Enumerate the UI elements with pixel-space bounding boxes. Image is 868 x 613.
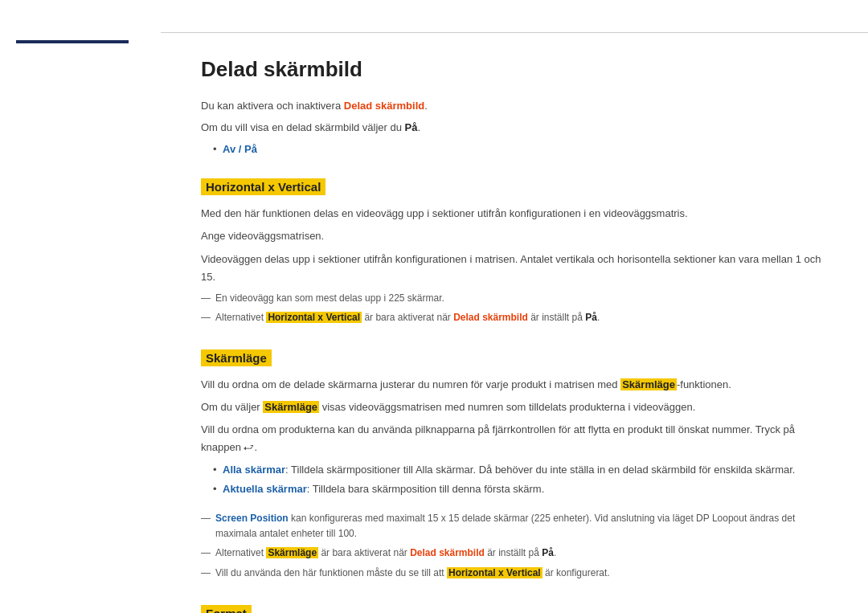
horizontal-para-3: Videoväggen delas upp i sektioner utifrå… bbox=[201, 251, 828, 286]
skarmläge-note3-hv: Horizontal x Vertical bbox=[447, 567, 542, 578]
bullet-alla-skärmar: Alla skärmar: Tilldela skärmpositioner t… bbox=[213, 462, 828, 479]
horizontal-para-1: Med den här funktionen delas en videoväg… bbox=[201, 205, 828, 223]
section-horizontal: Horizontal x Vertical Med den här funkti… bbox=[201, 170, 828, 325]
intro-line-2: Om du vill visa en delad skärmbild välje… bbox=[201, 120, 828, 137]
intro-line-1: Du kan aktivera och inaktivera Delad skä… bbox=[201, 98, 828, 115]
skarmläge-note-1: Screen Position kan konfigureras med max… bbox=[201, 511, 828, 541]
skarmläge-note2-h2: Delad skärmbild bbox=[410, 547, 485, 558]
heading-format: Format bbox=[201, 605, 252, 613]
skarmläge-note2-h1: Skärmläge bbox=[266, 547, 318, 558]
note2-pa: På bbox=[585, 312, 597, 323]
section-heading-format: Format bbox=[201, 597, 828, 613]
intro-pa: På bbox=[405, 121, 418, 133]
section-skarmläge: Skärmläge Vill du ordna om de delade skä… bbox=[201, 341, 828, 581]
page-container: Delad skärmbild Du kan aktivera och inak… bbox=[0, 0, 868, 613]
skarmläge-note2-pa: På bbox=[542, 547, 554, 558]
intro-bullet-list: Av / På bbox=[201, 141, 828, 158]
skarmläge-bold-2: Skärmläge bbox=[263, 401, 319, 413]
sidebar-accent bbox=[16, 40, 129, 43]
sidebar bbox=[0, 0, 161, 613]
heading-horizontal: Horizontal x Vertical bbox=[201, 178, 326, 195]
bullet-aktuella-skärmar: Aktuella skärmar: Tilldela bara skärmpos… bbox=[213, 481, 828, 498]
section-heading-skarmläge: Skärmläge bbox=[201, 341, 828, 376]
skarmläge-para-2: Om du väljer Skärmläge visas videoväggsm… bbox=[201, 398, 828, 416]
bullet-av-pa: Av / På bbox=[213, 141, 828, 158]
aktuella-skärmar-label: Aktuella skärmar bbox=[223, 483, 307, 495]
section-format: Format Välj hur du vill att bilderna ska… bbox=[201, 597, 828, 613]
note2-highlight2: Delad skärmbild bbox=[453, 312, 528, 323]
note2-highlight1: Horizontal x Vertical bbox=[266, 312, 362, 323]
content-area: Delad skärmbild Du kan aktivera och inak… bbox=[161, 32, 868, 613]
av-pa-text: Av / På bbox=[223, 143, 257, 155]
skarmläge-para-3: Vill du ordna om produkterna kan du anvä… bbox=[201, 421, 828, 456]
skarmläge-note-3: Vill du använda den här funktionen måste… bbox=[201, 566, 828, 581]
skarmläge-bold-1: Skärmläge bbox=[620, 378, 677, 390]
skarmläge-bullet-list: Alla skärmar: Tilldela skärmpositioner t… bbox=[201, 462, 828, 499]
horizontal-para-2: Ange videoväggsmatrisen. bbox=[201, 227, 828, 245]
heading-skarmläge: Skärmläge bbox=[201, 349, 272, 366]
screen-pos-label: Screen Position bbox=[215, 513, 289, 524]
horizontal-note-1: En videovägg kan som mest delas upp i 22… bbox=[201, 291, 828, 306]
skarmläge-para-1: Vill du ordna om de delade skärmarna jus… bbox=[201, 376, 828, 394]
section-heading-horizontal: Horizontal x Vertical bbox=[201, 170, 828, 205]
skarmläge-note-2: Alternativet Skärmläge är bara aktiverat… bbox=[201, 546, 828, 561]
horizontal-note-2: Alternativet Horizontal x Vertical är ba… bbox=[201, 310, 828, 325]
alla-skärmar-label: Alla skärmar bbox=[223, 464, 285, 476]
intro-highlight-1: Delad skärmbild bbox=[344, 100, 424, 112]
page-title: Delad skärmbild bbox=[201, 57, 828, 82]
